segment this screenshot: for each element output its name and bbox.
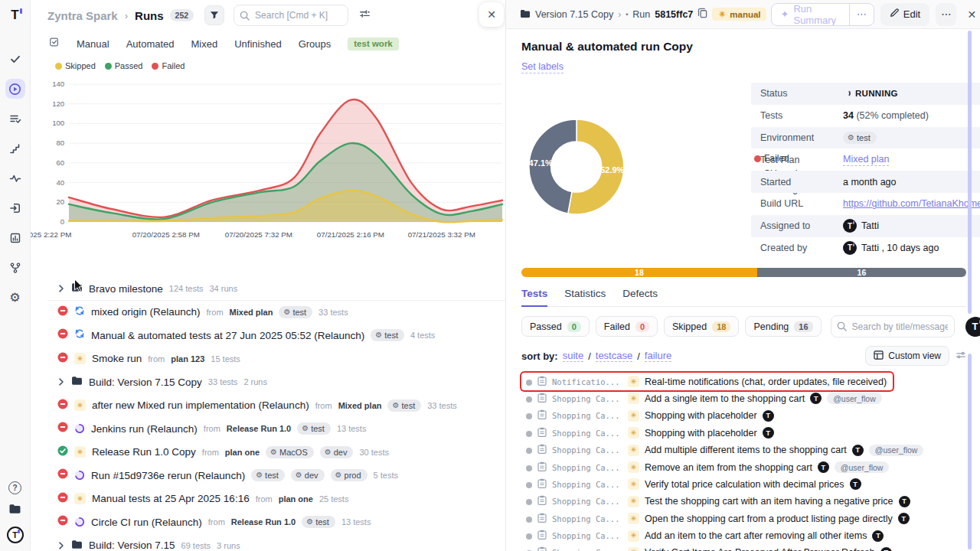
test-title[interactable]: Remove an item from the shopping cart bbox=[645, 462, 812, 473]
user-avatar[interactable]: T bbox=[7, 527, 24, 543]
run-row[interactable]: Circle CI run (Relaunch) from Release Ru… bbox=[31, 510, 505, 534]
run-folder-row[interactable]: Bravo milestone 124 tests 34 runs bbox=[31, 277, 505, 301]
filter-funnel-button[interactable] bbox=[204, 5, 224, 25]
tab-groups[interactable]: Groups bbox=[299, 38, 332, 50]
expand-chevron-icon[interactable] bbox=[57, 542, 65, 549]
tab-unfinished[interactable]: Unfinished bbox=[234, 38, 281, 50]
custom-view-button[interactable]: Custom view bbox=[865, 346, 949, 366]
tests-search-input[interactable] bbox=[831, 315, 955, 337]
tab-manual[interactable]: Manual bbox=[77, 38, 109, 50]
run-row[interactable]: mixed origin (Relaunch) from Mixed plan⚙… bbox=[31, 301, 505, 324]
expand-chevron-icon[interactable] bbox=[57, 285, 65, 292]
help-icon[interactable]: ? bbox=[8, 481, 21, 494]
run-folder-row[interactable]: Build: Version 7.15 69 tests 3 runs bbox=[31, 534, 505, 551]
runs-search-input[interactable] bbox=[234, 5, 348, 26]
detail-tabs: TestsStatisticsDefects bbox=[521, 288, 966, 307]
nav-import-icon[interactable] bbox=[5, 198, 25, 218]
run-summary-button[interactable]: ✦Run Summary ⋯ bbox=[771, 3, 874, 26]
run-summary-more-button[interactable]: ⋯ bbox=[849, 4, 874, 25]
test-title[interactable]: Verify total price calculation with deci… bbox=[645, 479, 844, 490]
nav-branch-icon[interactable] bbox=[5, 258, 25, 278]
test-tag[interactable]: @user_flow bbox=[827, 393, 882, 404]
test-row[interactable]: Notificatio... ✳ Real-time notifications… bbox=[521, 373, 893, 390]
chart-legend: SkippedPassedFailed bbox=[31, 61, 505, 70]
sort-by-failure[interactable]: failure bbox=[645, 350, 671, 362]
select-all-icon[interactable] bbox=[49, 37, 60, 51]
test-title[interactable]: Add a single item to the shopping cart bbox=[645, 393, 805, 404]
run-row[interactable]: ✳ Manual tests at 25 Apr 2025 16:16 from… bbox=[31, 487, 505, 511]
close-detail-button[interactable]: ✕ bbox=[962, 8, 980, 21]
nav-tests-icon[interactable] bbox=[5, 49, 25, 69]
test-row[interactable]: Shopping Ca... ✳ Remove an item from the… bbox=[521, 458, 966, 475]
display-settings-icon[interactable] bbox=[359, 8, 371, 23]
run-folder-row[interactable]: Build: Version 7.15 Copy 33 tests 2 runs bbox=[31, 370, 505, 394]
run-row[interactable]: Manual & automated tests at 27 Jun 2025 … bbox=[31, 324, 505, 347]
nav-plans-icon[interactable] bbox=[5, 109, 25, 129]
set-labels-link[interactable]: Set labels bbox=[521, 61, 564, 73]
scrollbar-tests[interactable] bbox=[968, 354, 972, 549]
gear-icon: ⚙ bbox=[375, 331, 382, 339]
test-tag[interactable]: @user_flow bbox=[835, 461, 890, 473]
filter-pending[interactable]: Pending 16 bbox=[745, 316, 821, 337]
tab-tests[interactable]: Tests bbox=[521, 288, 547, 307]
tab-defects[interactable]: Defects bbox=[622, 288, 658, 306]
test-title[interactable]: Real-time notifications (chat, order upd… bbox=[645, 377, 887, 387]
filter-failed[interactable]: Failed 0 bbox=[596, 316, 658, 337]
nav-runs-icon[interactable] bbox=[5, 79, 25, 99]
run-row[interactable]: ✳ Smoke run from plan 123 15 tests bbox=[31, 347, 505, 371]
svg-text:40: 40 bbox=[56, 178, 64, 187]
test-row[interactable]: Shopping Ca... ✳ Test the shopping cart … bbox=[521, 493, 966, 510]
test-plan-link[interactable]: Mixed plan bbox=[843, 154, 889, 166]
expand-chevron-icon[interactable] bbox=[57, 378, 65, 386]
test-row[interactable]: Shopping Ca... ✳ Verify Cart Items Are P… bbox=[521, 544, 966, 551]
nav-settings-icon[interactable]: ⚙ bbox=[5, 288, 25, 308]
run-row[interactable]: ✳ Release Run 1.0 Copy from plan one⚙Mac… bbox=[31, 441, 505, 465]
test-row[interactable]: Shopping Ca... ✳ Shopping with placehold… bbox=[521, 425, 966, 442]
topbar-project[interactable]: Version 7.15 Copy bbox=[535, 9, 613, 20]
test-title[interactable]: Shopping with placeholder bbox=[645, 410, 757, 421]
run-progress-bar: 18 16 bbox=[521, 268, 966, 277]
scrollbar-detail[interactable] bbox=[968, 31, 972, 314]
build-url-link[interactable]: https://github.com/TetianaKhomen... bbox=[843, 198, 980, 209]
run-row[interactable]: Jenkins run (Relaunch) from Release Run … bbox=[31, 417, 505, 441]
test-row[interactable]: Shopping Ca... ✳ Add a single item to th… bbox=[521, 390, 966, 407]
sort-by-testcase[interactable]: testcase bbox=[596, 350, 632, 362]
tab-statistics[interactable]: Statistics bbox=[564, 288, 606, 306]
tag-badge[interactable]: test work bbox=[348, 37, 399, 51]
test-row[interactable]: Shopping Ca... ✳ Open the shopping cart … bbox=[521, 510, 966, 527]
filter-skipped[interactable]: Skipped 18 bbox=[664, 316, 739, 337]
breadcrumb-section[interactable]: Runs bbox=[135, 9, 164, 22]
run-row[interactable]: Run #15d9736e rerun (Relaunch) ⚙test⚙dev… bbox=[31, 464, 505, 487]
run-row[interactable]: ✳ after new Mixed run implementation (Re… bbox=[31, 394, 505, 418]
breadcrumb-project[interactable]: Zyntra Spark bbox=[47, 9, 118, 22]
app-logo[interactable]: T bbox=[11, 8, 18, 23]
test-row[interactable]: Shopping Ca... ✳ Verify total price calc… bbox=[521, 476, 966, 493]
test-row[interactable]: Shopping Ca... ✳ Add multiple different … bbox=[521, 442, 966, 458]
assignee-filter-avatar[interactable]: T bbox=[965, 317, 980, 337]
nav-reports-icon[interactable] bbox=[5, 228, 25, 248]
panel-close-button[interactable]: ✕ bbox=[479, 2, 504, 27]
manual-run-icon: ✳ bbox=[628, 530, 639, 542]
test-title[interactable]: Add an item to the cart after removing a… bbox=[645, 530, 867, 541]
sort-by-suite[interactable]: suite bbox=[563, 350, 583, 362]
test-tag[interactable]: @user_flow bbox=[869, 445, 924, 456]
test-title[interactable]: Open the shopping cart from a product li… bbox=[645, 514, 893, 524]
copy-icon[interactable] bbox=[697, 8, 707, 21]
nav-pulse-icon[interactable] bbox=[5, 168, 25, 188]
tab-automated[interactable]: Automated bbox=[126, 38, 175, 50]
test-title[interactable]: Add multiple different items to the shop… bbox=[645, 445, 847, 455]
runs-filter-tabs: ManualAutomatedMixedUnfinishedGroups tes… bbox=[31, 31, 505, 57]
test-title[interactable]: Shopping with placeholder bbox=[645, 428, 757, 439]
nav-milestones-icon[interactable] bbox=[5, 139, 25, 158]
filter-passed[interactable]: Passed 0 bbox=[521, 316, 590, 337]
run-id: 5815ffc7 bbox=[655, 9, 693, 20]
test-row[interactable]: Shopping Ca... ✳ Shopping with placehold… bbox=[521, 407, 966, 424]
more-actions-button[interactable]: ⋯ bbox=[936, 3, 956, 26]
edit-button[interactable]: Edit bbox=[880, 3, 929, 26]
test-title[interactable]: Test the shopping cart with an item havi… bbox=[645, 496, 893, 507]
test-row[interactable]: Shopping Ca... ✳ Add an item to the cart… bbox=[521, 527, 966, 544]
tab-mixed[interactable]: Mixed bbox=[191, 38, 218, 50]
projects-folder-icon[interactable] bbox=[8, 504, 21, 517]
view-settings-icon[interactable] bbox=[956, 350, 966, 363]
test-title[interactable]: Verify Cart Items Are Preserved After Br… bbox=[645, 547, 875, 551]
